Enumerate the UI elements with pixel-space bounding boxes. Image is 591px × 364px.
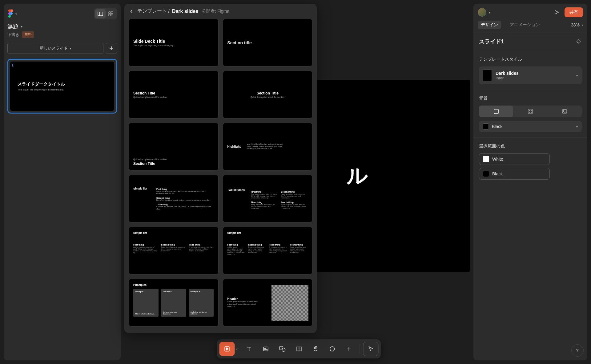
svg-point-27 [531, 112, 532, 113]
color-name: White [492, 157, 503, 162]
add-slide-button[interactable] [106, 43, 117, 54]
template-popover: テンプレート / Dark slides 公開者: Figma Slide De… [124, 4, 317, 333]
bottom-toolbar: ▾ [217, 339, 381, 358]
canvas-area: ル テンプレート / Dark slides 公開者: Figma Slide … [124, 0, 473, 364]
document-title[interactable]: 無題 ▾ [7, 23, 117, 30]
app-menu[interactable]: ▾ [7, 9, 17, 19]
right-tabs: デザイン アニメーション 38% ▾ [473, 21, 587, 32]
svg-rect-12 [263, 347, 268, 351]
slide-title-section: スライド1 [473, 32, 587, 51]
thumb-title: スライドダークタイトル [18, 82, 114, 87]
hand-tool-button[interactable] [308, 342, 324, 356]
template-card[interactable]: Section Title Quick description about th… [129, 71, 219, 118]
template-card[interactable]: Header Add a quick description of each t… [223, 279, 313, 326]
svg-rect-4 [111, 12, 113, 14]
selection-color-black[interactable]: Black [479, 168, 550, 180]
help-button[interactable]: ? [571, 344, 584, 357]
slide-thumbnail-selected[interactable]: 1 スライドダークタイトル This is just the beginning… [7, 59, 117, 114]
image-tool-button[interactable] [258, 342, 274, 356]
svg-point-24 [529, 110, 530, 111]
background-type-toggle [479, 106, 582, 117]
bg-image-button[interactable] [548, 106, 582, 117]
chevron-down-icon: ▾ [576, 124, 578, 129]
chevron-down-icon: ▾ [581, 23, 583, 27]
new-slide-label: 新しいスライド [40, 46, 68, 51]
style-font: Inter [496, 76, 519, 80]
slide-label: スライド1 [479, 38, 504, 45]
canvas-visible-text: ル [347, 162, 470, 190]
shape-tool-button[interactable] [275, 342, 290, 356]
single-view-button[interactable] [95, 9, 106, 18]
svg-rect-14 [279, 346, 283, 350]
share-button[interactable]: 共有 [565, 7, 583, 17]
figma-logo-icon [7, 9, 14, 19]
template-card[interactable]: Slide Deck Title This is just the beginn… [129, 19, 219, 66]
svg-rect-5 [109, 14, 111, 16]
color-name: Black [492, 171, 503, 176]
toolbar-separator [360, 344, 360, 354]
template-breadcrumb[interactable]: テンプレート / [137, 8, 170, 14]
thumb-subtitle: This is just the beginning of something … [18, 88, 114, 91]
color-swatch [483, 123, 489, 130]
move-tool-button[interactable] [219, 342, 235, 356]
template-publisher: 公開者: Figma [202, 9, 229, 14]
comment-tool-button[interactable] [325, 342, 340, 356]
svg-point-25 [531, 110, 532, 111]
present-button[interactable] [552, 8, 561, 17]
svg-point-29 [564, 110, 564, 111]
template-style-picker[interactable]: Dark slides Inter ▾ [479, 66, 582, 84]
template-card[interactable]: Simple list First thing Add a quick desc… [129, 175, 219, 222]
svg-rect-23 [528, 109, 533, 114]
back-button[interactable] [129, 8, 135, 14]
svg-rect-6 [111, 14, 113, 16]
template-card[interactable]: Quick description about the section. Sec… [129, 123, 219, 170]
color-swatch [483, 156, 489, 162]
template-name: Dark slides [172, 9, 198, 14]
cursor-tool-button[interactable] [363, 342, 379, 356]
chevron-down-icon: ▾ [21, 25, 22, 28]
add-tool-button[interactable] [341, 342, 357, 356]
bg-color-name: Black [492, 124, 502, 129]
canvas[interactable]: ル テンプレート / Dark slides 公開者: Figma Slide … [124, 0, 473, 364]
tab-design[interactable]: デザイン [478, 21, 501, 29]
view-toggle [94, 8, 117, 19]
user-menu[interactable]: ▾ [478, 8, 490, 17]
template-style-section: テンプレートスタイル Dark slides Inter ▾ [473, 51, 587, 90]
chevron-down-icon: ▾ [489, 11, 490, 14]
bg-solid-button[interactable] [479, 106, 513, 117]
zoom-value: 38% [571, 22, 580, 27]
bg-gradient-button[interactable] [513, 106, 547, 117]
svg-point-26 [529, 112, 530, 113]
template-card[interactable]: Two columns First thingAdd a quick descr… [223, 175, 313, 222]
template-card[interactable]: Highlight Use this slide to highlight a … [223, 123, 313, 170]
background-section: 背景 Black ▾ [473, 90, 587, 138]
selection-color-white[interactable]: White [479, 153, 550, 165]
text-tool-button[interactable] [242, 342, 257, 356]
new-slide-button[interactable]: 新しいスライド ▾ [7, 43, 103, 54]
background-label: 背景 [479, 96, 582, 101]
template-card[interactable]: Section title [223, 19, 313, 66]
template-card[interactable]: Simple list First thingAdd a quick descr… [223, 227, 313, 274]
color-swatch [483, 171, 489, 177]
chevron-down-icon[interactable]: ▾ [236, 347, 240, 351]
template-card[interactable]: Section Title Quick description about th… [223, 71, 313, 118]
table-tool-button[interactable] [291, 342, 307, 356]
slide-thumbnail-content: スライドダークタイトル This is just the beginning o… [10, 62, 114, 111]
template-card[interactable]: Principles Principle 1This is what we be… [129, 279, 219, 326]
grid-view-button[interactable] [106, 9, 116, 18]
tab-animation[interactable]: アニメーション [507, 21, 543, 29]
template-card[interactable]: Simple list First thingAdd a quick descr… [129, 227, 219, 274]
template-header: テンプレート / Dark slides 公開者: Figma [129, 8, 312, 14]
background-color-picker[interactable]: Black ▾ [479, 121, 582, 132]
avatar [478, 8, 486, 17]
left-header: ▾ [7, 7, 117, 20]
svg-rect-1 [98, 12, 103, 16]
svg-rect-22 [494, 109, 498, 114]
style-swatch [483, 70, 492, 81]
chevron-down-icon: ▾ [576, 73, 578, 78]
zoom-control[interactable]: 38% ▾ [571, 22, 583, 27]
document-title-text: 無題 [7, 23, 18, 30]
svg-marker-21 [555, 10, 558, 14]
new-slide-row: 新しいスライド ▾ [7, 43, 117, 54]
sparkle-icon[interactable] [576, 38, 582, 45]
